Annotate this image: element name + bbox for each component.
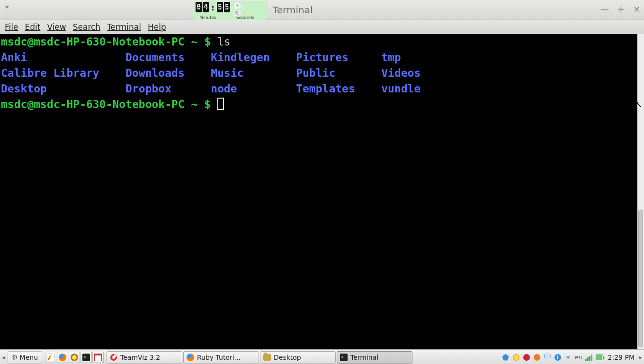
taskbar-arrow-right-icon[interactable]: ▸ [637, 354, 644, 361]
tray-weather-icon[interactable] [512, 354, 520, 361]
launcher-text-editor[interactable] [45, 352, 56, 363]
tray-language[interactable]: en [575, 354, 582, 361]
terminal-icon: >_ [340, 354, 348, 361]
tray-orange-icon[interactable] [533, 354, 541, 361]
tray-network-icon[interactable] [585, 354, 593, 361]
timer-seconds-label: Seconds [223, 15, 268, 20]
menu-edit[interactable]: Edit [25, 22, 40, 32]
timer-colon: : [210, 2, 215, 12]
pomodoro-timer[interactable]: 0 4 : 5 5 • ☺ Minutes Seconds [193, 1, 268, 20]
launcher-media[interactable] [69, 352, 80, 363]
launcher-terminal[interactable]: >_ [80, 352, 92, 363]
task-label: Desktop [274, 354, 301, 361]
start-menu-button[interactable]: ⚙ Menu [8, 351, 42, 364]
timer-min-digit-2: 4 [203, 2, 209, 12]
tray-bluetooth-icon[interactable]: ∗ [564, 354, 572, 361]
system-tray: i ∗ en [500, 354, 605, 361]
titlebar-app-dropdown-icon[interactable] [5, 6, 9, 9]
firefox-icon [187, 354, 194, 361]
menubar: File Edit View Search Terminal Help [0, 20, 644, 34]
terminal-icon: >_ [82, 354, 90, 361]
maximize-button[interactable]: + [617, 4, 625, 14]
menu-view[interactable]: View [47, 22, 66, 32]
terminal-scrollbar[interactable] [637, 34, 644, 349]
task-ruby-tutorial[interactable]: Ruby Tutori... [183, 351, 259, 364]
taskbar-arrow-left-icon[interactable]: ◂ [0, 354, 7, 361]
timer-sec-digit-2: 5 [224, 2, 230, 12]
timer-sec-digit-1: 5 [217, 2, 223, 12]
close-button[interactable]: × [633, 4, 640, 14]
window-title: Terminal [273, 4, 313, 16]
launcher-calendar[interactable] [92, 352, 104, 363]
teamviz-icon [110, 354, 117, 361]
terminal-window: Terminal — + × 0 4 : 5 5 • ☺ Minutes Sec… [0, 0, 644, 350]
tray-red-icon[interactable] [523, 354, 530, 361]
minimize-button[interactable]: — [600, 4, 609, 14]
tray-info-icon[interactable]: i [554, 354, 562, 361]
task-terminal[interactable]: >_ Terminal [337, 351, 412, 364]
tray-dropbox-icon[interactable] [502, 354, 510, 361]
tray-battery-icon[interactable] [596, 354, 603, 361]
taskbar-clock[interactable]: 2:29 PM [605, 354, 637, 361]
tray-shield-icon[interactable] [544, 354, 551, 361]
timer-min-digit-1: 0 [196, 2, 202, 12]
menu-terminal[interactable]: Terminal [107, 22, 141, 32]
text-editor-icon [47, 354, 54, 361]
media-icon [71, 354, 78, 361]
timer-minutes-label: Minutes [193, 15, 223, 20]
start-menu-label: Menu [20, 354, 38, 361]
titlebar[interactable]: Terminal — + × [0, 0, 644, 20]
task-desktop[interactable]: Desktop [260, 351, 336, 364]
task-teamviz[interactable]: TeamViz 3.2 [107, 351, 182, 364]
folder-icon [263, 354, 271, 361]
task-label: Terminal [350, 354, 378, 361]
task-label: TeamViz 3.2 [120, 354, 160, 361]
task-label: Ruby Tutori... [197, 354, 241, 361]
gear-icon: ⚙ [12, 354, 18, 361]
calendar-icon [94, 354, 102, 361]
taskbar-tasks: TeamViz 3.2 Ruby Tutori... Desktop >_ Te… [107, 351, 412, 364]
launcher-firefox[interactable] [57, 352, 68, 363]
menu-file[interactable]: File [5, 22, 18, 32]
menu-help[interactable]: Help [148, 22, 166, 32]
menu-search[interactable]: Search [73, 22, 100, 32]
scrollbar-thumb[interactable] [638, 209, 643, 347]
quick-launch: >_ [45, 352, 104, 363]
firefox-icon [59, 354, 66, 361]
taskbar: ◂ ⚙ Menu >_ TeamViz 3.2 Ruby Tutori... D… [0, 350, 644, 364]
timer-control-top[interactable]: • [233, 2, 241, 9]
terminal-viewport[interactable]: msdc@msdc-HP-630-Notebook-PC ~ $ ls Anki… [0, 34, 637, 349]
